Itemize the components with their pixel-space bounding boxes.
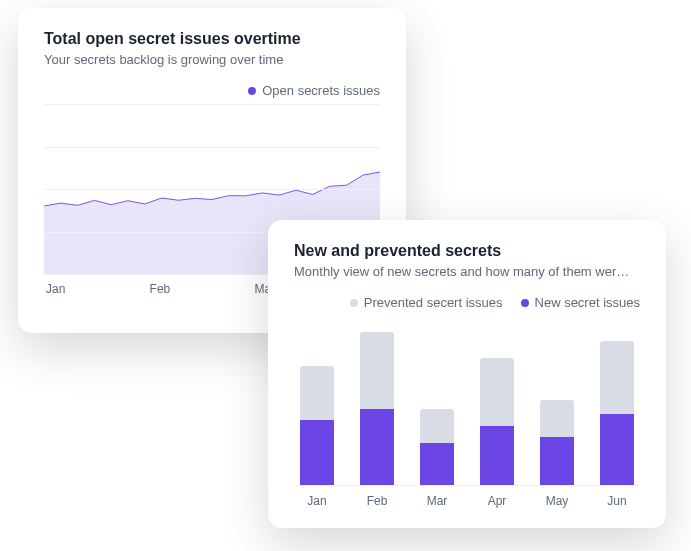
x-tick-label: Apr: [478, 494, 516, 508]
x-tick-label: Mar: [418, 494, 456, 508]
x-tick-label: Feb: [150, 282, 171, 296]
bar-segment-prevented: [360, 332, 394, 409]
bar: [300, 366, 334, 485]
bar-column: [358, 332, 396, 485]
bar: [480, 358, 514, 486]
legend-item-open-secrets: Open secrets issues: [248, 83, 380, 98]
bar-column: [418, 409, 456, 486]
bar-segment-new: [420, 443, 454, 486]
x-tick-label: Jan: [46, 282, 65, 296]
legend-label: New secret issues: [535, 295, 640, 310]
x-tick-label: Feb: [358, 494, 396, 508]
bar: [540, 400, 574, 485]
bar-segment-new: [360, 409, 394, 486]
bar: [600, 341, 634, 486]
x-tick-label: Jun: [598, 494, 636, 508]
bar: [420, 409, 454, 486]
bar-segment-new: [300, 420, 334, 485]
bar-segment-new: [480, 426, 514, 486]
bar-column: [298, 366, 336, 485]
legend-swatch: [521, 299, 529, 307]
legend-swatch: [350, 299, 358, 307]
card-subtitle: Monthly view of new secrets and how many…: [294, 264, 640, 279]
bar: [360, 332, 394, 485]
bar-segment-prevented: [300, 366, 334, 420]
page-title: Total open secret issues overtime: [44, 30, 380, 48]
card-new-prevented-secrets: New and prevented secrets Monthly view o…: [268, 220, 666, 528]
bar-segment-prevented: [540, 400, 574, 437]
x-tick-label: Jan: [298, 494, 336, 508]
bar-chart: [294, 316, 640, 486]
chart-legend: Prevented secert issues New secret issue…: [294, 295, 640, 310]
legend-label: Open secrets issues: [262, 83, 380, 98]
bar-column: [478, 358, 516, 486]
legend-swatch: [248, 87, 256, 95]
chart-x-axis: JanFebMarAprMayJun: [294, 486, 640, 508]
legend-item-new: New secret issues: [521, 295, 640, 310]
bar-segment-new: [600, 414, 634, 485]
bar-segment-new: [540, 437, 574, 485]
chart-legend: Open secrets issues: [44, 83, 380, 98]
bar-segment-prevented: [480, 358, 514, 426]
card-subtitle: Your secrets backlog is growing over tim…: [44, 52, 380, 67]
bar-column: [538, 400, 576, 485]
bar-segment-prevented: [600, 341, 634, 414]
x-tick-label: May: [538, 494, 576, 508]
bar-segment-prevented: [420, 409, 454, 443]
bar-column: [598, 341, 636, 486]
legend-item-prevented: Prevented secert issues: [350, 295, 503, 310]
page-title: New and prevented secrets: [294, 242, 640, 260]
legend-label: Prevented secert issues: [364, 295, 503, 310]
